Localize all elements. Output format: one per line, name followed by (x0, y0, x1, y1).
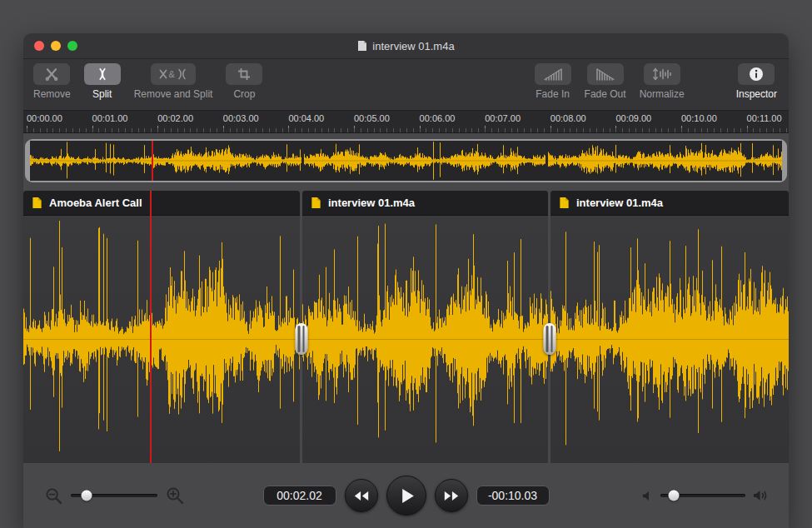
clip-title: Amoeba Alert Call (49, 197, 142, 209)
fade-in-icon (535, 63, 571, 85)
audio-file-icon (310, 197, 322, 209)
split-handle-2[interactable] (543, 323, 555, 355)
ruler-label: 00:07.00 (485, 113, 521, 123)
toolbar: Remove Split & Remove a (23, 59, 789, 111)
clip-title: interview 01.m4a (576, 197, 663, 209)
clip-waveform-body[interactable] (550, 216, 789, 463)
remove-and-split-icon: & (151, 63, 196, 85)
zoom-slider[interactable] (71, 494, 157, 497)
minimize-button[interactable] (51, 41, 61, 51)
split-handle-1[interactable] (295, 323, 307, 355)
fade-out-button[interactable]: Fade Out (585, 63, 626, 100)
clips-area: Amoeba Alert Call interview 01.m4a (23, 191, 789, 463)
ruler-label: 00:08.00 (550, 113, 586, 123)
svg-text:&: & (169, 69, 176, 79)
volume-low-icon[interactable] (642, 491, 653, 501)
waveform-canvas[interactable] (550, 216, 789, 463)
info-circle-icon (738, 63, 775, 85)
playhead[interactable] (150, 191, 152, 463)
crop-icon (226, 63, 262, 85)
clip-amoeba-alert-call[interactable]: Amoeba Alert Call (23, 191, 300, 463)
normalize-button[interactable]: Normalize (640, 63, 685, 100)
zoom-in-button[interactable] (166, 486, 184, 505)
overview-waveform-segment[interactable] (304, 141, 545, 181)
bottom-control-bar: 00:02.02 -00:10.03 (23, 463, 789, 528)
clip-header[interactable]: interview 01.m4a (302, 191, 548, 216)
toolbar-button-label: Inspector (736, 88, 777, 100)
waveform-canvas[interactable] (23, 216, 300, 463)
ruler-label: 00:01.00 (92, 113, 128, 123)
normalize-icon (644, 63, 680, 85)
toolbar-button-label: Crop (233, 88, 255, 100)
scissors-remove-icon (33, 63, 70, 85)
document-proxy-icon[interactable] (357, 40, 367, 52)
remaining-time-display: -00:10.03 (476, 486, 550, 506)
zoom-controls (45, 486, 184, 505)
audio-file-icon (558, 197, 570, 209)
toolbar-button-label: Normalize (640, 88, 685, 100)
toolbar-button-label: Fade Out (585, 88, 626, 100)
close-button[interactable] (34, 41, 44, 51)
toolbar-button-label: Split (92, 88, 112, 100)
overview-playhead[interactable] (152, 141, 153, 181)
clip-title: interview 01.m4a (328, 197, 415, 209)
window-title: interview 01.m4a (372, 40, 454, 52)
clip-interview-2[interactable]: interview 01.m4a (550, 191, 789, 463)
volume-high-icon[interactable] (753, 489, 769, 502)
zoom-slider-knob[interactable] (81, 491, 92, 501)
traffic-lights (34, 41, 77, 51)
window-title-area: interview 01.m4a (357, 40, 454, 52)
zoom-window-button[interactable] (67, 41, 77, 51)
ruler-label: 00:00.00 (27, 113, 62, 123)
ruler-label: 00:11.00 (747, 113, 782, 123)
crop-button[interactable]: Crop (226, 63, 262, 100)
toolbar-button-label: Fade In (536, 88, 570, 100)
volume-controls (642, 489, 769, 502)
app-window: interview 01.m4a Remove (23, 33, 789, 528)
desktop-background: interview 01.m4a Remove (0, 0, 812, 528)
clip-waveform-body[interactable] (23, 216, 300, 463)
ruler-label: 00:10.00 (681, 113, 717, 123)
play-button[interactable] (386, 476, 426, 516)
clip-interview-1[interactable]: interview 01.m4a (302, 191, 548, 463)
overview-waveform-segment[interactable] (30, 141, 301, 181)
volume-slider[interactable] (660, 494, 745, 497)
waveform-canvas[interactable] (302, 216, 548, 463)
timeline-ruler[interactable]: 00:00.00 00:01.00 00:02.00 00:03.00 00:0… (23, 111, 789, 133)
fade-in-button[interactable]: Fade In (535, 63, 571, 100)
ruler-label: 00:02.00 (157, 113, 193, 123)
ruler-label: 00:06.00 (420, 113, 456, 123)
inspector-button[interactable]: Inspector (736, 63, 777, 100)
ruler-label: 00:05.00 (354, 113, 390, 123)
fast-forward-button[interactable] (435, 479, 468, 512)
remove-and-split-button[interactable]: & Remove and Split (134, 63, 213, 100)
toolbar-button-label: Remove and Split (134, 88, 213, 100)
rewind-button[interactable] (345, 479, 378, 512)
zoom-out-button[interactable] (45, 487, 62, 505)
ruler-label: 00:04.00 (288, 113, 324, 123)
volume-slider-knob[interactable] (669, 491, 680, 501)
title-bar[interactable]: interview 01.m4a (23, 33, 789, 59)
transport-controls: 00:02.02 -00:10.03 (263, 476, 550, 516)
split-button[interactable]: Split (84, 63, 121, 100)
toolbar-button-label: Remove (33, 88, 71, 100)
clip-header[interactable]: Amoeba Alert Call (23, 191, 300, 216)
clip-waveform-body[interactable] (302, 216, 548, 463)
remove-button[interactable]: Remove (33, 63, 71, 100)
ruler-label: 00:09.00 (615, 113, 651, 123)
split-icon (84, 63, 121, 85)
audio-file-icon (31, 197, 43, 209)
fade-out-icon (587, 63, 624, 85)
clip-header[interactable]: interview 01.m4a (550, 191, 789, 216)
waveform-overview[interactable] (25, 139, 787, 182)
elapsed-time-display: 00:02.02 (263, 486, 336, 506)
overview-waveform-segment[interactable] (548, 141, 782, 181)
ruler-label: 00:03.00 (223, 113, 259, 123)
